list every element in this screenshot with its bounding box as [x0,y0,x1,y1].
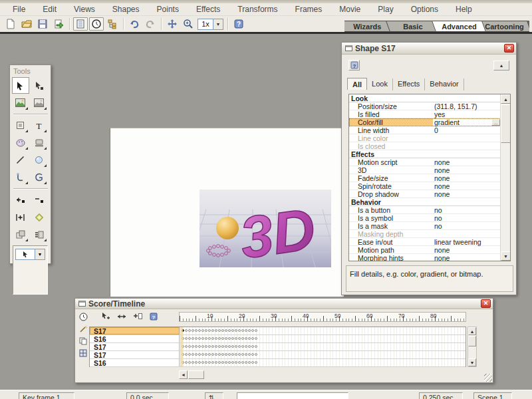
keyframe-dot[interactable] [198,361,201,364]
menu-views[interactable]: Views [65,3,104,15]
keyframe-dot[interactable] [251,361,254,364]
property-row[interactable]: Is a symbolno [349,214,501,222]
keyframe-dot[interactable] [238,361,241,364]
timeline-horizontal-scrollbar[interactable]: ◄ ► [179,370,476,379]
menu-options[interactable]: Options [402,3,447,15]
keyframe-dot[interactable] [235,345,237,348]
cursor-mode-value[interactable] [15,249,35,260]
keyframe-dot[interactable] [201,361,204,364]
keyframe-dot[interactable] [205,329,207,332]
shape-panel-collapse-button[interactable]: ▲ [493,61,509,70]
keyframe-dot[interactable] [221,329,224,332]
keyframe-dot[interactable] [205,361,207,364]
timeline-timing-button[interactable] [78,312,88,322]
scroll-up-icon[interactable]: ▲ [501,94,511,104]
remove-point-tool[interactable] [31,192,48,208]
keyframe-dot[interactable] [211,337,214,340]
add-point-tool[interactable] [12,192,29,208]
keyframe-dot[interactable] [215,353,217,356]
redo-button[interactable] [143,17,158,31]
keyframe-dot[interactable] [208,337,211,340]
property-scrollbar[interactable]: ▲ ▼ [500,94,510,261]
timing-button[interactable] [89,17,104,31]
keyframe-dot[interactable] [225,329,227,332]
keyframe-dot[interactable] [215,345,217,348]
shape-tool[interactable] [12,117,29,134]
keyframe-dot[interactable] [208,329,211,332]
menu-shapes[interactable]: Shapes [104,3,148,15]
keyframe-dot[interactable] [198,353,201,356]
keyframe-dot[interactable] [211,361,214,364]
keyframe-dot[interactable] [185,329,188,332]
menu-play[interactable]: Play [369,3,402,15]
keyframe-dot[interactable] [251,337,254,340]
menu-effects[interactable]: Effects [188,3,229,15]
keyframe-dot[interactable] [195,337,198,340]
resize-grip[interactable] [484,374,492,382]
keyframe-dot[interactable] [221,353,224,356]
timeline-row[interactable]: S17 [90,343,466,351]
property-row[interactable]: Color/fillgradient... [349,118,501,126]
bitmap-tool[interactable] [31,94,48,111]
keyframe-dot[interactable] [198,337,201,340]
zoom-dropdown-arrow-icon[interactable]: ▼ [213,19,223,30]
keyframe-dot[interactable] [255,361,257,364]
keyframe-dot[interactable] [192,337,194,340]
keyframe-dot[interactable] [188,353,191,356]
shape-tab-behavior[interactable]: Behavior [425,78,464,90]
save-button[interactable] [35,17,50,31]
keyframe-dot[interactable] [228,329,231,332]
timeline-row[interactable]: S17 [90,351,466,359]
menu-transforms[interactable]: Transforms [229,3,286,15]
menu-edit[interactable]: Edit [34,3,65,15]
keyframe-dot[interactable] [255,345,257,348]
keyframe-dot[interactable] [185,345,188,348]
keyframe-dot[interactable] [231,337,234,340]
timeline-grid-button[interactable] [78,348,88,358]
new-file-button[interactable] [3,17,18,31]
keyframe-dot[interactable] [241,361,244,364]
property-row[interactable]: Is closed [349,142,501,150]
move-view-button[interactable] [165,17,180,31]
keyframe-dot[interactable] [195,329,198,332]
stamp-tool[interactable] [31,134,48,151]
keyframe-dot[interactable] [208,353,211,356]
timeline-row[interactable]: S16 [90,335,466,343]
scroll-left-icon[interactable]: ◄ [179,370,188,379]
export-button[interactable] [51,17,66,31]
keyframe-track[interactable] [180,343,466,350]
keyframe-dot[interactable] [238,345,241,348]
hierarchy-button[interactable] [105,17,120,31]
keyframe-track[interactable] [180,335,466,342]
zoom-button[interactable] [181,17,196,31]
menu-help[interactable]: Help [447,3,481,15]
keyframe-dot[interactable] [185,353,188,356]
keyframe-dot[interactable] [225,353,227,356]
keyframe-track[interactable] [180,327,466,334]
property-row[interactable]: Position/size(311.8, 151.7) [349,102,501,110]
keyframe-dot[interactable] [195,345,198,348]
shape-fill-tool[interactable] [12,94,29,111]
keyframe-dot[interactable] [185,337,188,340]
keyframe-dot[interactable] [248,329,251,332]
scroll-thumb[interactable] [188,370,204,379]
select-tool[interactable] [12,77,29,94]
keyframe-dot[interactable] [201,353,204,356]
keyframe-dot[interactable] [255,337,257,340]
keyframe-dot[interactable] [245,329,247,332]
keyframe-dot[interactable] [218,345,221,348]
property-row[interactable]: Is a buttonno [349,206,501,214]
keyframe-dot[interactable] [185,361,188,364]
timeline-wand-button[interactable] [78,324,88,334]
shape-panel-close-button[interactable]: ✕ [504,44,514,53]
line-tool[interactable] [12,152,29,168]
keyframe-dot[interactable] [211,353,214,356]
drawing-canvas[interactable]: 3D [110,128,344,297]
property-row[interactable]: Look [349,94,501,102]
keyframe-dot[interactable] [231,353,234,356]
status-scene[interactable]: Scene 1 [473,392,512,399]
keyframe-dot[interactable] [205,345,207,348]
property-row[interactable]: Is filledyes [349,110,501,118]
keyframe-dot[interactable] [238,329,241,332]
shape-tab-all[interactable]: All [347,78,367,90]
